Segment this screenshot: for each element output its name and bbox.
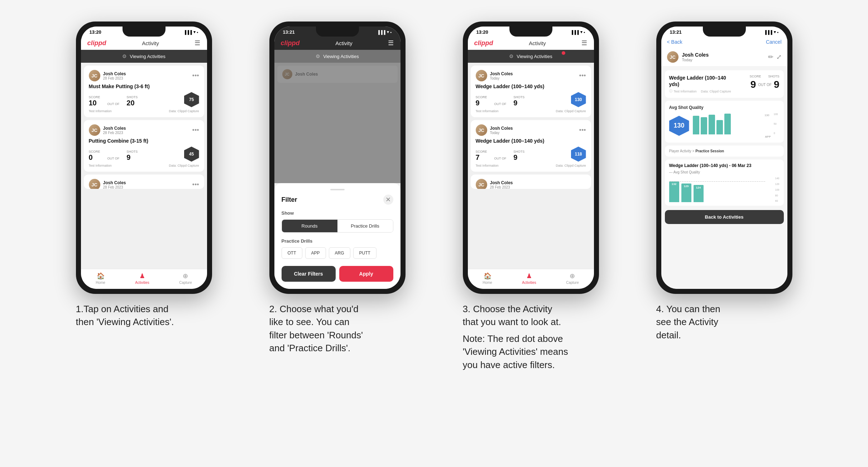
card-user-name-1-2: Josh Coles [103,126,190,131]
card-more-1-1[interactable]: ••• [192,72,199,80]
modal-close-2[interactable]: ✕ [383,195,393,205]
phone-screen-4: 13:21 ▐▐▐ ▾ ▪ < Back Cancel JC Josh [661,27,787,289]
card-footer-3-1: Test Information Data: Clippd Capture [476,109,586,113]
bar-1-4: 132 [669,181,679,202]
card-header-1-2: JC Josh Coles 28 Feb 2023 ••• [89,124,199,136]
drill-btn-putt-2[interactable]: PUTT [353,247,377,259]
logo-1: clippd [87,39,106,47]
apply-btn-2[interactable]: Apply [339,266,393,282]
hamburger-icon-3[interactable]: ☰ [581,39,587,47]
hamburger-icon-1[interactable]: ☰ [195,39,200,47]
activity-card-1-3[interactable]: JC Josh Coles 28 Feb 2023 ••• [84,175,204,189]
avatar-3-3: JC [476,179,487,189]
capture-icon-1: ⊕ [183,272,188,280]
hamburger-icon-2[interactable]: ☰ [388,39,394,47]
caption-1: 1.Tap on Activities and then 'Viewing Ac… [76,302,212,329]
activity-card-1-1[interactable]: JC Josh Coles 28 Feb 2023 ••• Must Make … [84,66,204,117]
dashed-target-4 [669,181,765,182]
detail-user-name-4: Josh Coles [682,52,764,58]
card-user-date-1-3: 28 Feb 2023 [103,185,190,189]
wifi-icon-1: ▾ [193,30,196,34]
activity-card-1-2[interactable]: JC Josh Coles 28 Feb 2023 ••• Putting Co… [84,120,204,172]
score-lbl-4: Score [749,75,761,78]
viewing-bar-3[interactable]: ⚙ Viewing Activities [468,50,594,63]
caption-2: 2. Choose what you'd like to see. You ca… [269,302,406,355]
filter-icon-2: ⚙ [316,53,320,59]
drill-btn-app-2[interactable]: APP [305,247,326,259]
card-more-3-1[interactable]: ••• [579,72,586,80]
edit-icon-4[interactable]: ✏ [768,53,773,61]
stat-score-1-2: Score 0 [89,150,100,162]
battery-icon-4: ▪ [777,30,779,34]
drill-btn-ott-2[interactable]: OTT [282,247,302,259]
filter-icon-1: ⚙ [122,53,127,59]
detail-header-4: < Back Cancel [661,36,787,48]
activity-card-3-1[interactable]: JC Josh Coles Today ••• Wedge Ladder (10… [471,66,591,117]
top-nav-2: clippd Activity ☰ [274,36,401,50]
card-more-1-2[interactable]: ••• [192,127,199,134]
stat-shots-1-1: Shots 20 [126,95,138,107]
card-more-1-3[interactable]: ••• [192,181,199,189]
caption-3-note: Note: The red dot above 'Viewing Activit… [463,332,599,371]
avatar-3-1: JC [476,70,487,81]
shot-quality-badge-3-2: 118 [571,147,586,162]
card-user-date-1-2: 28 Feb 2023 [103,131,190,135]
stat-score-1-1: Score 10 [89,95,100,107]
card-more-3-2[interactable]: ••• [579,127,586,134]
nav-item-capture-3[interactable]: ⊕ Capture [566,272,579,285]
shot-quality-large-4: 130 [669,116,689,136]
card-header-3-2: JC Josh Coles Today ••• [476,124,586,136]
status-icons-1: ▐▐▐ ▾ ▪ [183,30,198,34]
status-icons-4: ▐▐▐ ▾ ▪ [764,30,778,34]
caption-3: 3. Choose the Activity that you want to … [463,302,599,371]
bottom-nav-3: 🏠 Home ♟ Activities ⊕ Capture [468,269,594,289]
battery-icon-2: ▪ [390,30,392,34]
modal-backdrop-2[interactable] [274,63,401,183]
signal-icon-2: ▐▐▐ [377,30,385,34]
shots-lbl-4: Shots [768,75,779,78]
nav-item-capture-1[interactable]: ⊕ Capture [179,272,192,285]
red-dot-3 [562,51,565,55]
card-header-1-3: JC Josh Coles 28 Feb 2023 ••• [89,179,199,189]
status-icons-3: ▐▐▐ ▾ ▪ [570,30,585,34]
chart-title-4: Avg Shot Quality [669,105,780,110]
detail-score-area-4: Score Shots 9 OUT OF 9 [749,75,779,90]
clear-filters-btn-2[interactable]: Clear Filters [282,266,336,282]
top-nav-1: clippd Activity ☰ [81,36,207,50]
data-source-4: Data: Clippd Capture [701,90,731,93]
activity-card-3-2[interactable]: JC Josh Coles Today ••• Wedge Ladder (10… [471,120,591,172]
back-link-4[interactable]: < Back [667,39,682,45]
test-info-row-4: ⓘ Test Information Data: Clippd Capture [669,89,731,94]
rounds-toggle-2[interactable]: Rounds [282,220,337,232]
phone-screen-3: 13:20 ▐▐▐ ▾ ▪ clippd Activity ☰ ⚙ Viewin… [468,27,594,289]
bar-chart-bars-4: 132 129 124 140 [669,177,780,202]
modal-handle-2 [330,189,345,190]
drill-btn-arg-2[interactable]: ARG [329,247,350,259]
card-footer-1-1: Test Information Data: Clippd Capture [89,109,199,113]
expand-icon-4[interactable]: ⤢ [776,53,782,61]
breadcrumb-text-4: Player Activity [669,149,691,153]
chart-max-label-4: 130 [764,114,769,117]
nav-item-activities-1[interactable]: ♟ Activities [135,272,149,285]
signal-icon-4: ▐▐▐ [764,30,772,34]
activity-card-3-3[interactable]: JC Josh Coles 28 Feb 2023 [471,175,591,189]
detail-title-section-4: Wedge Ladder (100–140 yds) ⓘ Test Inform… [665,70,784,98]
outof-1-2: OUT OF [107,157,120,160]
card-user-name-3-3: Josh Coles [490,180,586,185]
detail-user-date-4: Today [682,58,764,62]
filter-modal-2: Filter ✕ Show Rounds Practice Drills Pra… [274,63,401,289]
stat-shots-1-2: Shots 9 [126,150,138,162]
nav-item-home-3[interactable]: 🏠 Home [483,272,492,285]
nav-item-home-1[interactable]: 🏠 Home [96,272,105,285]
scroll-area-1: JC Josh Coles 28 Feb 2023 ••• Must Make … [81,63,207,269]
viewing-bar-1[interactable]: ⚙ Viewing Activities [81,50,207,63]
nav-item-activities-3[interactable]: ♟ Activities [522,272,536,285]
card-stats-1-1: Score 10 OUT OF Shots 20 75 [89,92,199,107]
detail-user-info-4: Josh Coles Today [682,52,764,62]
phones-row: 13:20 ▐▐▐ ▾ ▪ clippd Activity ☰ ⚙ View [14,22,854,371]
back-to-activities-btn-4[interactable]: Back to Activities [665,210,784,224]
viewing-bar-2[interactable]: ⚙ Viewing Activities [274,50,401,63]
practice-drills-toggle-2[interactable]: Practice Drills [337,220,393,232]
cancel-link-4[interactable]: Cancel [766,39,782,45]
viewing-bar-text-2: Viewing Activities [323,54,359,59]
